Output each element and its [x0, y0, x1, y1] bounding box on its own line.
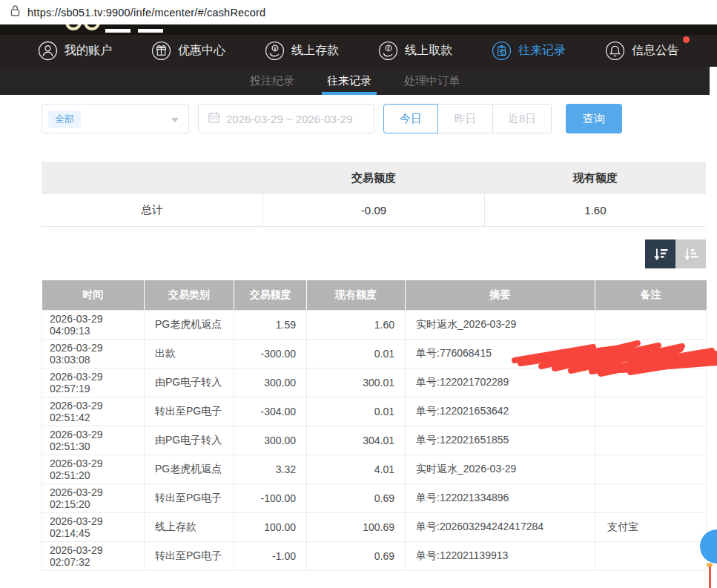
- table-row: 2026-03-29 03:03:08出款-300.000.01单号:77606…: [42, 339, 707, 368]
- nav-item-promotions[interactable]: 优惠中心: [150, 41, 227, 61]
- table-cell: [595, 426, 707, 455]
- header-remark: 备注: [595, 280, 707, 310]
- table-cell: [595, 455, 707, 483]
- header-transaction-type: 交易类别: [145, 280, 234, 310]
- bell-icon: [605, 41, 625, 61]
- table-cell: [595, 339, 707, 368]
- deposit-icon: [265, 41, 285, 61]
- table-row: 2026-03-29 02:07:32转出至PG电子-1.000.69单号:12…: [42, 541, 707, 570]
- table-cell: 0.69: [307, 483, 406, 512]
- logo-shape: [138, 29, 163, 33]
- selected-type-chip[interactable]: 全部: [48, 110, 81, 128]
- record-table-body: 2026-03-29 04:09:13PG老虎机返点1.591.60实时返水_2…: [42, 310, 707, 570]
- table-cell: 单号:122021651855: [406, 426, 595, 455]
- nav-item-my-account[interactable]: 我的账户: [36, 41, 113, 61]
- summary-header-empty: [42, 162, 263, 194]
- gift-icon: [151, 41, 171, 61]
- table-cell: 2026-03-29 02:14:45: [42, 512, 145, 541]
- nav-item-announcements[interactable]: 信息公告: [604, 41, 681, 61]
- summary-trade-total: -0.09: [263, 194, 485, 226]
- logo-shape: [65, 24, 82, 30]
- table-cell: -100.00: [234, 483, 307, 512]
- table-cell: PG老虎机返点: [145, 455, 234, 483]
- table-cell: 4.01: [307, 455, 406, 483]
- sort-ascending-button[interactable]: [675, 240, 706, 268]
- table-row: 2026-03-29 02:15:20转出至PG电子-100.000.69单号:…: [42, 483, 707, 512]
- cash-records-table: 时间 交易类别 交易额度 现有额度 摘要 备注 2026-03-29 04:09…: [42, 280, 707, 571]
- table-cell: 304.01: [307, 426, 406, 455]
- tab-cash-records[interactable]: 往来记录: [325, 67, 374, 95]
- notification-dot: [683, 36, 690, 43]
- table-cell: 单号:776068415: [406, 339, 595, 368]
- yesterday-button[interactable]: 昨日: [438, 104, 493, 133]
- table-cell: 2026-03-29 02:57:19: [42, 368, 145, 397]
- table-cell: 单号:122021139913: [406, 541, 595, 570]
- header-balance: 现有额度: [307, 280, 406, 310]
- user-icon: [38, 41, 58, 61]
- table-cell: 300.00: [234, 368, 307, 397]
- table-cell: 线上存款: [145, 512, 234, 541]
- nav-item-deposit[interactable]: 线上存款: [263, 41, 340, 61]
- table-cell: 单号:202603294242417284: [406, 512, 595, 541]
- table-cell: 0.01: [307, 397, 406, 426]
- table-row: 2026-03-29 04:09:13PG老虎机返点1.591.60实时返水_2…: [42, 310, 707, 339]
- table-row: 2026-03-29 02:14:45线上存款100.00100.69单号:20…: [42, 512, 707, 541]
- table-cell: [595, 483, 707, 512]
- summary-balance-total: 1.60: [484, 194, 706, 226]
- table-cell: 由PG电子转入: [145, 426, 234, 455]
- table-cell: 出款: [145, 339, 234, 368]
- table-cell: [595, 368, 707, 397]
- tab-pending-orders[interactable]: 处理中订单: [402, 67, 462, 95]
- table-cell: PG老虎机返点: [145, 310, 234, 339]
- logo-shape: [84, 24, 100, 30]
- withdraw-icon: [378, 41, 398, 61]
- date-range-input[interactable]: 2026-03-29 ~ 2026-03-29: [198, 104, 374, 133]
- table-cell: 转出至PG电子: [145, 541, 234, 570]
- table-cell: 实时返水_2026-03-29: [406, 455, 595, 483]
- table-cell: 由PG电子转入: [145, 368, 234, 397]
- transaction-type-select[interactable]: 全部: [42, 104, 189, 133]
- tab-bet-records[interactable]: 投注纪录: [248, 67, 297, 95]
- url-text[interactable]: https://sb051.tv:9900/infe/mcenter/#/cas…: [27, 7, 265, 19]
- table-cell: 1.59: [234, 310, 307, 339]
- table-cell: 转出至PG电子: [145, 397, 234, 426]
- nav-label: 往来记录: [518, 43, 566, 59]
- sort-descending-button[interactable]: [645, 240, 675, 268]
- table-cell: [595, 541, 707, 570]
- table-cell: [595, 397, 707, 426]
- logo-shape: [105, 29, 130, 33]
- table-cell: 支付宝: [595, 512, 707, 541]
- sort-ascending-icon: [682, 245, 700, 263]
- table-cell: 2026-03-29 02:15:20: [42, 483, 145, 512]
- table-cell: 300.00: [234, 426, 307, 455]
- lock-icon: [10, 4, 21, 20]
- table-cell: 单号:122021334896: [406, 483, 595, 512]
- floating-widget-string: [709, 566, 711, 588]
- record-subtabs: 投注纪录 往来记录 处理中订单: [0, 67, 710, 95]
- nav-item-withdraw[interactable]: 线上取款: [377, 41, 454, 61]
- table-cell: 2026-03-29 02:07:32: [42, 541, 145, 570]
- table-cell: 单号:122021653642: [406, 397, 595, 426]
- table-cell: 0.01: [307, 339, 406, 368]
- records-icon: [492, 41, 512, 61]
- table-cell: 单号:122021702289: [406, 368, 595, 397]
- header-trade-amount: 交易额度: [234, 280, 307, 310]
- table-row: 2026-03-29 02:51:30由PG电子转入300.00304.01单号…: [42, 426, 707, 455]
- table-cell: 2026-03-29 02:51:42: [42, 397, 145, 426]
- last-8-days-button[interactable]: 近8日: [493, 104, 552, 133]
- today-button[interactable]: 今日: [383, 104, 438, 133]
- table-cell: 2026-03-29 03:03:08: [42, 339, 145, 368]
- nav-label: 线上取款: [405, 43, 452, 59]
- header-summary: 摘要: [406, 280, 595, 310]
- date-range-value[interactable]: 2026-03-29 ~ 2026-03-29: [226, 113, 353, 125]
- table-cell: 300.01: [307, 368, 406, 397]
- table-cell: -300.00: [234, 339, 307, 368]
- table-cell: 100.00: [234, 512, 307, 541]
- table-cell: 3.32: [234, 455, 307, 483]
- table-cell: -1.00: [234, 541, 307, 570]
- browser-url-bar[interactable]: https://sb051.tv:9900/infe/mcenter/#/cas…: [0, 0, 717, 24]
- query-button[interactable]: 查询: [566, 104, 622, 133]
- nav-item-cash-records[interactable]: 往来记录: [490, 41, 567, 61]
- table-cell: -304.00: [234, 397, 307, 426]
- table-row: 2026-03-29 02:51:20PG老虎机返点3.324.01实时返水_2…: [42, 455, 707, 483]
